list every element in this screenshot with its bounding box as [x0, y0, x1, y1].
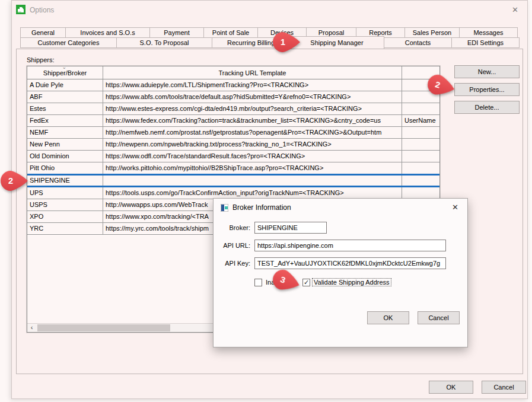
url-cell[interactable]: https://www.odfl.com/Trace/standardResul…	[103, 151, 402, 162]
table-row[interactable]: A Duie Pyle https://www.aduiepyle.com/LT…	[27, 79, 439, 91]
tab-invoices-and-sos[interactable]: Invoices and S.O.s	[65, 27, 150, 38]
broker-field[interactable]: SHIPENGINE	[254, 222, 327, 234]
tab-row-2: Customer Categories S.O. To Proposal Rec…	[20, 37, 523, 48]
url-cell[interactable]: http://works.pittohio.com/mypittohio//B2…	[103, 162, 402, 174]
url-cell[interactable]: http://newpenn.com/npweb/tracking.txt/pr…	[103, 139, 402, 150]
tab-customer-categories[interactable]: Customer Categories	[20, 37, 117, 48]
checkmark-icon: ✓	[304, 279, 309, 286]
table-row[interactable]: NEMF http://nemfweb.nemf.com/prostat.nsf…	[27, 127, 439, 139]
url-cell[interactable]: http://www.estes-express.com/cgi-dta/edn…	[103, 103, 402, 114]
table-row[interactable]: Old Dominion https://www.odfl.com/Trace/…	[27, 151, 439, 162]
cancel-button[interactable]: Cancel	[482, 381, 526, 394]
shipper-cell[interactable]: Pitt Ohio	[27, 162, 103, 174]
column-header-label: Shipper/Broker	[43, 69, 87, 76]
callout-number: 1	[281, 37, 285, 47]
dialog-cancel-button[interactable]: Cancel	[418, 311, 460, 324]
shipper-cell[interactable]: Old Dominion	[27, 151, 103, 162]
tab-contacts[interactable]: Contacts	[384, 37, 452, 48]
shipper-cell[interactable]: New Penn	[27, 139, 103, 150]
shipper-cell[interactable]: A Duie Pyle	[27, 79, 103, 91]
shipper-cell[interactable]: USPS	[27, 199, 103, 210]
extra-cell[interactable]	[402, 127, 439, 138]
table-row[interactable]: ABF https://www.abfs.com/tools/trace/def…	[27, 91, 439, 103]
tab-edi-settings[interactable]: EDI Settings	[451, 37, 520, 48]
tab-sales-person[interactable]: Sales Person	[404, 27, 460, 38]
url-cell[interactable]: https://tools.usps.com/go/TrackConfirmAc…	[103, 187, 402, 199]
api-url-label: API URL:	[216, 242, 250, 249]
shipper-cell[interactable]: XPO	[27, 211, 103, 222]
app-icon	[16, 5, 26, 14]
properties-button[interactable]: Properties...	[454, 83, 520, 96]
extra-cell[interactable]	[402, 176, 439, 186]
tab-row-1: General Invoices and S.O.s Payment Point…	[20, 27, 523, 38]
api-key-label: API Key:	[216, 260, 250, 267]
validate-shipping-address-checkbox[interactable]: ✓	[302, 279, 310, 286]
window-title: Options	[30, 6, 54, 14]
tab-so-to-proposal[interactable]: S.O. To Proposal	[116, 37, 212, 48]
url-cell[interactable]: https://www.abfs.com/tools/trace/default…	[103, 91, 402, 103]
extra-cell[interactable]	[402, 139, 439, 150]
close-icon[interactable]: ✕	[512, 5, 518, 14]
column-header-tracking-url[interactable]: Tracking URL Template	[103, 66, 402, 79]
validate-shipping-address-label: Validate Shipping Address	[312, 278, 391, 286]
new-button[interactable]: New...	[454, 65, 520, 78]
table-row[interactable]: Pitt Ohio http://works.pittohio.com/mypi…	[27, 162, 439, 174]
shipper-cell[interactable]: SHIPENGINE	[27, 176, 103, 186]
tab-strip: General Invoices and S.O.s Payment Point…	[20, 27, 523, 48]
broker-label: Broker:	[216, 224, 250, 231]
shipper-cell[interactable]: ABF	[27, 91, 103, 103]
dialog-icon	[221, 204, 228, 212]
tab-messages[interactable]: Messages	[459, 27, 518, 38]
delete-button[interactable]: Delete...	[454, 101, 520, 114]
shipper-cell[interactable]: UPS	[27, 187, 103, 199]
url-cell[interactable]: http://nemfweb.nemf.com/prostat.nsf/getp…	[103, 127, 402, 138]
api-key-field[interactable]: TEST_AdY+VauUJYOXTICK62fDMKL0xjmKDcktcU2…	[254, 257, 446, 269]
tab-point-of-sale[interactable]: Point of Sale	[203, 27, 258, 38]
url-cell[interactable]	[103, 176, 402, 186]
shippers-label: Shippers:	[27, 56, 54, 63]
dialog-ok-button[interactable]: OK	[367, 311, 409, 324]
tab-general[interactable]: General	[20, 27, 66, 38]
broker-information-dialog: Broker Information ✕ Broker: SHIPENGINE …	[213, 198, 468, 347]
callout-number: 2	[8, 176, 13, 186]
url-cell[interactable]: https://www.fedex.com/Tracking?action=tr…	[103, 115, 402, 126]
api-url-field[interactable]: https://api.shipengine.com	[254, 240, 446, 251]
shipper-cell[interactable]: NEMF	[27, 127, 103, 138]
tab-payment[interactable]: Payment	[149, 27, 204, 38]
ok-button[interactable]: OK	[429, 381, 473, 394]
table-row-selected[interactable]: SHIPENGINE	[27, 174, 439, 187]
shipper-cell[interactable]: YRC	[27, 223, 103, 234]
dialog-title: Broker Information	[232, 203, 291, 212]
table-row[interactable]: FedEx https://www.fedex.com/Tracking?act…	[27, 115, 439, 127]
scrollbar-thumb[interactable]	[37, 324, 170, 331]
table-header-row: ⌄ Shipper/Broker Tracking URL Template	[27, 66, 439, 79]
url-cell[interactable]: https://www.aduiepyle.com/LTL/ShipmentTr…	[103, 79, 402, 91]
tab-shipping-manager[interactable]: Shipping Manager	[289, 36, 384, 49]
table-row[interactable]: Estes http://www.estes-express.com/cgi-d…	[27, 103, 439, 115]
shipper-cell[interactable]: Estes	[27, 103, 103, 114]
screen: Options ✕ General Invoices and S.O.s Pay…	[0, 0, 532, 402]
inactive-checkbox[interactable]	[254, 279, 262, 286]
extra-cell[interactable]	[402, 103, 439, 114]
sort-chevron-icon: ⌄	[62, 66, 67, 70]
extra-cell[interactable]	[402, 151, 439, 162]
title-bar: Options ✕	[12, 1, 527, 20]
options-window: Options ✕ General Invoices and S.O.s Pay…	[11, 0, 528, 399]
callout-2-shipengine-row: 2	[1, 171, 28, 191]
callout-1-shipping-manager: 1	[273, 32, 300, 52]
shipper-cell[interactable]: FedEx	[27, 115, 103, 126]
dialog-close-icon[interactable]: ✕	[452, 203, 458, 212]
table-row[interactable]: UPS https://tools.usps.com/go/TrackConfi…	[27, 187, 439, 199]
column-header-label: Tracking URL Template	[219, 69, 286, 76]
scroll-left-arrow-icon[interactable]: ‹	[27, 324, 36, 331]
column-header-shipper-broker[interactable]: ⌄ Shipper/Broker	[27, 66, 103, 79]
extra-cell[interactable]	[402, 187, 439, 199]
extra-cell[interactable]: UserName	[402, 115, 439, 126]
extra-cell[interactable]	[402, 162, 439, 174]
table-row[interactable]: New Penn http://newpenn.com/npweb/tracki…	[27, 139, 439, 151]
